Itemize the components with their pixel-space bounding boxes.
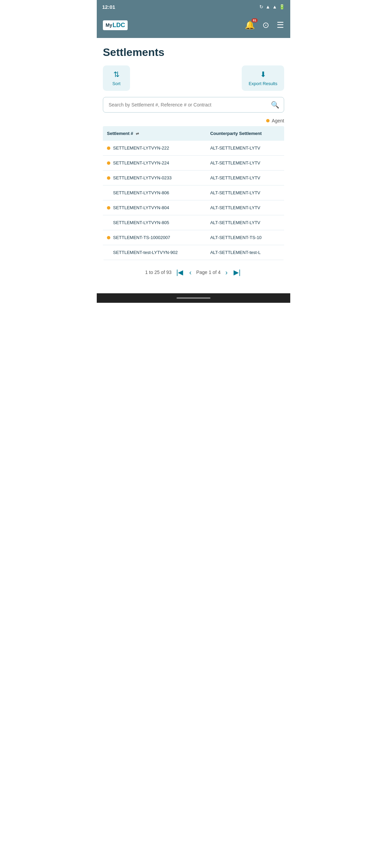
legend-row: Agent <box>103 118 284 123</box>
next-page-button[interactable]: › <box>224 267 229 278</box>
table-row[interactable]: SETTLEMENT-LYTVYN-224ALT-SETTLEMENT-LYTV <box>103 156 284 171</box>
agent-indicator <box>107 161 110 165</box>
header-icons: 🔔 81 ⊙ ☰ <box>245 20 284 30</box>
agent-indicator <box>107 236 110 239</box>
logo: MyLDC <box>103 20 128 30</box>
agent-dot <box>266 119 270 122</box>
agent-indicator <box>107 206 110 210</box>
status-bar: 12:01 ↻ ▲ ▲ 🔋 <box>97 0 290 14</box>
search-input[interactable] <box>103 97 284 113</box>
home-bar <box>177 297 210 299</box>
table-row[interactable]: SETTLEMENT-LYTVYN-805ALT-SETTLEMENT-LYTV <box>103 215 284 230</box>
prev-page-icon: ‹ <box>189 269 191 276</box>
table-row[interactable]: SETTLEMENT-LYTVYN-804ALT-SETTLEMENT-LYTV <box>103 200 284 215</box>
settlement-id: SETTLEMENT-LYTVYN-224 <box>113 160 169 165</box>
page-label: Page 1 of 4 <box>196 270 221 275</box>
agent-indicator <box>107 146 110 150</box>
table-row[interactable]: SETTLEMENT-TS-10002007ALT-SETTLEMENT-TS-… <box>103 230 284 245</box>
main-content: Settlements ⇅ Sort ⬇ Export Results 🔍 Ag… <box>97 38 290 293</box>
no-agent-indicator <box>107 191 110 195</box>
status-time: 12:01 <box>102 4 115 10</box>
counterparty-cell: ALT-SETTLEMENT-LYTV <box>206 156 284 171</box>
settlement-cell: SETTLEMENT-LYTVYN-224 <box>103 156 206 171</box>
profile-button[interactable]: ⊙ <box>262 20 269 30</box>
table-header-row: Settlement # ⇌ Counterparty Settlement <box>103 126 284 141</box>
menu-button[interactable]: ☰ <box>277 20 284 30</box>
signal-icon: ▲ <box>272 4 277 9</box>
battery-icon: 🔋 <box>279 4 285 9</box>
status-icons: ↻ ▲ ▲ 🔋 <box>259 4 285 9</box>
settlements-table-container: Settlement # ⇌ Counterparty Settlement S… <box>103 126 284 260</box>
settlement-id: SETTLEMENT-LYTVYN-222 <box>113 145 169 151</box>
no-agent-indicator <box>107 251 110 254</box>
page-title: Settlements <box>103 46 284 59</box>
settlement-cell: SETTLEMENT-LYTVYN-0233 <box>103 171 206 185</box>
home-indicator <box>97 293 290 303</box>
table-row[interactable]: SETTLEMENT-LYTVYN-806ALT-SETTLEMENT-LYTV <box>103 185 284 200</box>
pagination-range: 1 to 25 of 93 <box>145 270 171 275</box>
sort-label: Sort <box>112 81 121 86</box>
col-counterparty: Counterparty Settlement <box>206 126 284 141</box>
logo-ldc: LDC <box>112 22 125 29</box>
settlement-sort-icon: ⇌ <box>136 132 139 136</box>
counterparty-cell: ALT-SETTLEMENT-LYTV <box>206 171 284 185</box>
settlement-cell: SETTLEMENT-test-LYTVYN-902 <box>103 245 206 260</box>
settlement-id: SETTLEMENT-LYTVYN-804 <box>113 205 169 210</box>
col-settlement: Settlement # ⇌ <box>103 126 206 141</box>
settlement-id: SETTLEMENT-test-LYTVYN-902 <box>113 250 178 255</box>
counterparty-cell: ALT-SETTLEMENT-TS-10 <box>206 230 284 245</box>
settlement-id: SETTLEMENT-LYTVYN-0233 <box>113 175 171 180</box>
table-row[interactable]: SETTLEMENT-LYTVYN-222ALT-SETTLEMENT-LYTV <box>103 141 284 156</box>
settlement-id: SETTLEMENT-LYTVYN-806 <box>113 190 169 195</box>
export-button[interactable]: ⬇ Export Results <box>242 65 284 91</box>
hamburger-icon: ☰ <box>277 20 284 30</box>
no-agent-indicator <box>107 221 110 224</box>
sort-button[interactable]: ⇅ Sort <box>103 65 130 91</box>
search-container: 🔍 <box>103 97 284 113</box>
logo-my: My <box>106 22 112 28</box>
settlement-cell: SETTLEMENT-TS-10002007 <box>103 230 206 245</box>
sync-icon: ↻ <box>259 4 263 9</box>
counterparty-cell: ALT-SETTLEMENT-test-L <box>206 245 284 260</box>
settlement-cell: SETTLEMENT-LYTVYN-804 <box>103 200 206 215</box>
counterparty-cell: ALT-SETTLEMENT-LYTV <box>206 185 284 200</box>
last-page-icon: ▶| <box>234 268 240 276</box>
next-page-icon: › <box>225 269 228 276</box>
prev-page-button[interactable]: ‹ <box>188 267 193 278</box>
settlement-cell: SETTLEMENT-LYTVYN-805 <box>103 215 206 230</box>
last-page-button[interactable]: ▶| <box>232 267 242 278</box>
user-icon: ⊙ <box>262 20 269 30</box>
download-icon: ⬇ <box>260 70 266 79</box>
pagination: 1 to 25 of 93 |◀ ‹ Page 1 of 4 › ▶| <box>103 260 284 288</box>
settlement-id: SETTLEMENT-TS-10002007 <box>113 235 170 240</box>
export-label: Export Results <box>248 81 277 86</box>
notification-badge: 81 <box>252 18 258 22</box>
action-toolbar: ⇅ Sort ⬇ Export Results <box>103 65 284 91</box>
table-row[interactable]: SETTLEMENT-test-LYTVYN-902ALT-SETTLEMENT… <box>103 245 284 260</box>
sort-icon: ⇅ <box>113 70 119 79</box>
counterparty-cell: ALT-SETTLEMENT-LYTV <box>206 200 284 215</box>
app-header: MyLDC 🔔 81 ⊙ ☰ <box>97 14 290 38</box>
agent-indicator <box>107 176 110 180</box>
col-settlement-label: Settlement # <box>107 131 133 136</box>
first-page-button[interactable]: |◀ <box>175 267 184 278</box>
table-row[interactable]: SETTLEMENT-LYTVYN-0233ALT-SETTLEMENT-LYT… <box>103 171 284 185</box>
settlement-id: SETTLEMENT-LYTVYN-805 <box>113 220 169 225</box>
wifi-icon: ▲ <box>265 4 270 9</box>
settlement-cell: SETTLEMENT-LYTVYN-806 <box>103 185 206 200</box>
counterparty-cell: ALT-SETTLEMENT-LYTV <box>206 215 284 230</box>
settlement-cell: SETTLEMENT-LYTVYN-222 <box>103 141 206 156</box>
first-page-icon: |◀ <box>176 268 183 276</box>
search-icon: 🔍 <box>271 101 279 109</box>
counterparty-cell: ALT-SETTLEMENT-LYTV <box>206 141 284 156</box>
col-counterparty-label: Counterparty Settlement <box>210 131 262 136</box>
settlements-table: Settlement # ⇌ Counterparty Settlement S… <box>103 126 284 260</box>
agent-label: Agent <box>272 118 284 123</box>
notifications-button[interactable]: 🔔 81 <box>245 20 255 30</box>
